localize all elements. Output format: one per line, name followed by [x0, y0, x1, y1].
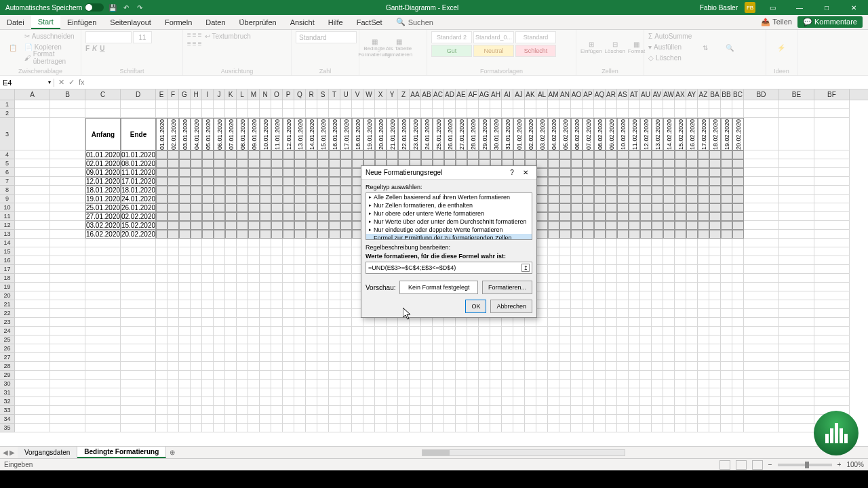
- cell[interactable]: [559, 150, 571, 159]
- cell[interactable]: [202, 150, 214, 159]
- cell[interactable]: [179, 159, 191, 168]
- cell[interactable]: [490, 150, 502, 159]
- view-pagebreak-icon[interactable]: [752, 460, 763, 470]
- cell[interactable]: [744, 406, 779, 415]
- cell[interactable]: [686, 109, 698, 118]
- cell[interactable]: [306, 265, 317, 274]
- cell[interactable]: [617, 274, 629, 283]
- cell[interactable]: [306, 327, 317, 336]
- cell[interactable]: [237, 283, 248, 291]
- cell[interactable]: [214, 159, 225, 168]
- cell[interactable]: 25.01.2020: [433, 118, 444, 150]
- cell[interactable]: [606, 212, 617, 221]
- cell[interactable]: [398, 415, 410, 424]
- cell[interactable]: [686, 371, 698, 380]
- cell[interactable]: [179, 415, 191, 424]
- cell[interactable]: [686, 380, 698, 388]
- cell[interactable]: [15, 265, 50, 274]
- cell[interactable]: [548, 221, 559, 230]
- cell[interactable]: [317, 274, 329, 283]
- cell[interactable]: [179, 212, 191, 221]
- cell[interactable]: [375, 388, 387, 397]
- cell[interactable]: [50, 118, 85, 150]
- cell[interactable]: [248, 239, 260, 247]
- cell[interactable]: [271, 344, 283, 353]
- row-header[interactable]: 18: [0, 274, 15, 283]
- cell[interactable]: [709, 203, 721, 212]
- cell[interactable]: [663, 239, 675, 247]
- cell[interactable]: [663, 186, 675, 195]
- cell[interactable]: [352, 344, 363, 353]
- cell[interactable]: [85, 353, 121, 362]
- cell[interactable]: [340, 362, 352, 371]
- cell[interactable]: [709, 353, 721, 362]
- cell[interactable]: 09.01.2020: [85, 168, 121, 177]
- cell[interactable]: [744, 150, 779, 159]
- cell[interactable]: [317, 177, 329, 186]
- cell[interactable]: [352, 318, 363, 327]
- cell[interactable]: [814, 109, 850, 118]
- cell[interactable]: [583, 186, 594, 195]
- cell[interactable]: [479, 397, 490, 406]
- cell[interactable]: [525, 406, 536, 415]
- cell[interactable]: [340, 109, 352, 118]
- cell[interactable]: [675, 109, 686, 118]
- cell[interactable]: [675, 230, 686, 239]
- cell[interactable]: [675, 336, 686, 344]
- cell[interactable]: [15, 397, 50, 406]
- cell[interactable]: [15, 336, 50, 344]
- cell[interactable]: [294, 336, 306, 344]
- cell[interactable]: [571, 100, 583, 109]
- cell[interactable]: [594, 327, 606, 336]
- cell[interactable]: [571, 109, 583, 118]
- cell[interactable]: [721, 353, 732, 362]
- cell[interactable]: [225, 239, 237, 247]
- cell[interactable]: [536, 371, 548, 380]
- cell[interactable]: [214, 150, 225, 159]
- cell[interactable]: [15, 353, 50, 362]
- cell[interactable]: [248, 150, 260, 159]
- cell[interactable]: [317, 318, 329, 327]
- cell[interactable]: [814, 291, 850, 300]
- cell[interactable]: [559, 397, 571, 406]
- cell[interactable]: [583, 336, 594, 344]
- cell[interactable]: [594, 159, 606, 168]
- cell[interactable]: [179, 309, 191, 318]
- cell[interactable]: [294, 247, 306, 256]
- cell[interactable]: [629, 344, 640, 353]
- cell[interactable]: [663, 203, 675, 212]
- cell[interactable]: [594, 203, 606, 212]
- cell[interactable]: [306, 415, 317, 424]
- cell[interactable]: [571, 318, 583, 327]
- cell[interactable]: [525, 415, 536, 424]
- cell[interactable]: [744, 424, 779, 432]
- cell[interactable]: [260, 344, 271, 353]
- cell[interactable]: [686, 309, 698, 318]
- cell[interactable]: [156, 388, 167, 397]
- cell[interactable]: [294, 195, 306, 203]
- cell[interactable]: [202, 274, 214, 283]
- cell[interactable]: [744, 230, 779, 239]
- cell[interactable]: [559, 239, 571, 247]
- cell[interactable]: [698, 274, 709, 283]
- cell[interactable]: [709, 221, 721, 230]
- cell[interactable]: [352, 150, 363, 159]
- cell[interactable]: [640, 177, 652, 186]
- cell[interactable]: [179, 239, 191, 247]
- cell[interactable]: [202, 344, 214, 353]
- cell[interactable]: [709, 168, 721, 177]
- cell[interactable]: [248, 344, 260, 353]
- cell[interactable]: [202, 424, 214, 432]
- cell[interactable]: [732, 309, 744, 318]
- cell[interactable]: [698, 203, 709, 212]
- sheet-next-icon[interactable]: ▶: [9, 449, 15, 456]
- cell[interactable]: [629, 274, 640, 283]
- cell[interactable]: [433, 406, 444, 415]
- cell[interactable]: [709, 291, 721, 300]
- cell[interactable]: [779, 327, 814, 336]
- cell[interactable]: [375, 109, 387, 118]
- cell[interactable]: [571, 388, 583, 397]
- cell[interactable]: [260, 265, 271, 274]
- cell[interactable]: [191, 159, 202, 168]
- cell[interactable]: [329, 371, 340, 380]
